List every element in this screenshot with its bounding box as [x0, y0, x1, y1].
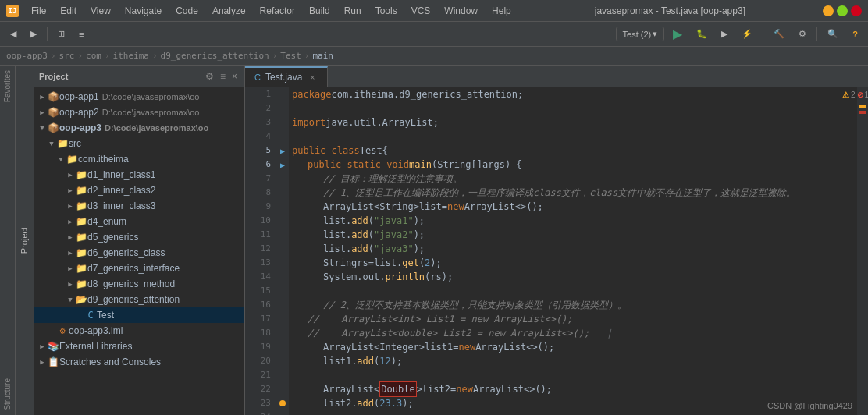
menu-view[interactable]: View	[84, 4, 117, 18]
gutter-13	[276, 256, 289, 270]
code-line-6: public static void main(String[] args) {	[292, 158, 854, 172]
code-line-3: import java.util.ArrayList;	[292, 115, 854, 129]
recent-files-button[interactable]: ⊞	[52, 27, 70, 41]
run-button[interactable]: ▶	[667, 24, 688, 44]
maximize-button[interactable]: □	[837, 5, 848, 16]
tree-item-d5[interactable]: ▶ 📁 d5_generics	[34, 229, 244, 245]
tree-item-d2[interactable]: ▶ 📁 d2_inner_class2	[34, 183, 244, 198]
tree-label-scratches: Scratches and Consoles	[59, 356, 161, 367]
tree-label-oop-app3: oop-app3	[59, 122, 101, 133]
project-header-buttons: ⚙ ≡ ×	[203, 70, 240, 83]
tree-item-ext-libs[interactable]: ▶ 📚 External Libraries	[34, 339, 244, 354]
tree-arrow-oop-app1: ▶	[37, 93, 47, 101]
close-button[interactable]: ×	[851, 5, 862, 16]
menu-edit[interactable]: Edit	[54, 4, 83, 18]
folder-icon-d1: 📁	[75, 169, 87, 180]
gutter: ▶ ▶	[276, 87, 289, 415]
warning-dot-23	[279, 400, 286, 406]
project-gear-button[interactable]: ⚙	[203, 70, 216, 83]
run-arrow-5[interactable]: ▶	[280, 147, 285, 155]
structure-label: Structure	[3, 378, 12, 410]
tree-item-src[interactable]: ▼ 📁 src	[34, 136, 244, 151]
tree-item-d7[interactable]: ▶ 📁 d7_generics_interface	[34, 261, 244, 276]
build-button[interactable]: 🔨	[768, 27, 790, 41]
forward-button[interactable]: ▶	[25, 27, 42, 41]
tree-item-d1[interactable]: ▶ 📁 d1_inner_class1	[34, 167, 244, 183]
gutter-23	[276, 396, 289, 410]
tree-item-oop-app3[interactable]: ▼ 📦 oop-app3 D:\code\javasepromax\oo	[34, 120, 244, 136]
project-close-button[interactable]: ×	[229, 70, 240, 83]
run-config-selector[interactable]: Test (2) ▾	[616, 27, 665, 41]
run-arrow-6[interactable]: ▶	[280, 161, 285, 169]
line-num-9: 9	[245, 200, 271, 214]
tab-close-button[interactable]: ×	[307, 72, 318, 83]
gutter-3	[276, 115, 289, 129]
tree-label-d5: d5_generics	[87, 232, 138, 243]
favorites-tab[interactable]: Favorites	[0, 66, 15, 107]
project-panel-label[interactable]: Project	[16, 66, 34, 415]
menu-analyze[interactable]: Analyze	[206, 4, 252, 18]
line-num-14: 14	[245, 270, 271, 284]
tree-item-d4[interactable]: ▶ 📁 d4_enum	[34, 214, 244, 229]
project-header: Project ⚙ ≡ ×	[34, 66, 244, 87]
help-button[interactable]: ?	[847, 27, 863, 41]
tree-item-oop-app1[interactable]: ▶ 📦 oop-app1 D:\code\javasepromax\oo	[34, 89, 244, 105]
tree-item-d9[interactable]: ▼ 📂 d9_generics_attention	[34, 292, 244, 307]
breadcrumb-d9[interactable]: d9_generics_attention	[161, 51, 269, 61]
tree-item-d6[interactable]: ▶ 📁 d6_generics_class	[34, 245, 244, 261]
menu-run[interactable]: Run	[338, 4, 368, 18]
tab-test-java[interactable]: C Test.java ×	[245, 66, 328, 87]
code-content[interactable]: package com.itheima.d9_generics_attentio…	[289, 87, 857, 415]
editor[interactable]: 1 2 3 4 5 6 7 8 9 10 11 12 13 14 15 16 1…	[245, 87, 868, 415]
menu-window[interactable]: Window	[438, 4, 484, 18]
window-title: javasepromax - Test.java [oop-app3]	[595, 5, 745, 16]
tree-item-oop-app2[interactable]: ▶ 📦 oop-app2 D:\code\javasepromax\oo	[34, 105, 244, 120]
minimize-button[interactable]: −	[823, 5, 834, 16]
window-controls: − □ ×	[823, 5, 862, 16]
tree-item-scratches[interactable]: ▶ 📋 Scratches and Consoles	[34, 354, 244, 370]
line-num-12: 12	[245, 242, 271, 256]
line-num-7: 7	[245, 172, 271, 186]
tree-label-d8: d8_generics_method	[87, 278, 175, 289]
tree-label-com-itheima: com.itheima	[78, 154, 129, 165]
menu-build[interactable]: Build	[303, 4, 336, 18]
project-collapse-button[interactable]: ≡	[218, 70, 228, 83]
menu-tools[interactable]: Tools	[369, 4, 404, 18]
line-num-18: 18	[245, 326, 271, 340]
tree-item-d3[interactable]: ▶ 📁 d3_inner_class3	[34, 198, 244, 214]
tree-item-Test[interactable]: ▶ C Test	[34, 307, 244, 323]
breadcrumb-itheima[interactable]: itheima	[113, 51, 149, 61]
debug-button[interactable]: 🐛	[691, 27, 713, 41]
code-line-5: public class Test {	[292, 144, 854, 158]
breadcrumb-oop-app3[interactable]: oop-app3	[6, 51, 48, 61]
tree-label-d6: d6_generics_class	[87, 247, 165, 258]
menu-vcs[interactable]: VCS	[405, 4, 437, 18]
structure-tab[interactable]: Structure	[0, 374, 15, 415]
profile-button[interactable]: ⚡	[736, 27, 758, 41]
gutter-18	[276, 326, 289, 340]
tree-label-Test: Test	[97, 310, 114, 321]
menu-code[interactable]: Code	[169, 4, 205, 18]
menu-help[interactable]: Help	[486, 4, 518, 18]
warning-count: 2	[851, 90, 856, 99]
settings-button[interactable]: ⚙	[793, 27, 812, 41]
tree-item-iml[interactable]: ▶ ⚙ oop-app3.iml	[34, 323, 244, 339]
line-num-17: 17	[245, 312, 271, 326]
breadcrumb-test[interactable]: Test	[280, 51, 301, 61]
code-line-15	[292, 284, 854, 298]
breadcrumb-src[interactable]: src	[59, 51, 75, 61]
project-view-button[interactable]: ≡	[73, 27, 89, 41]
menu-navigate[interactable]: Navigate	[119, 4, 168, 18]
search-button[interactable]: 🔍	[822, 27, 844, 41]
tree-item-d8[interactable]: ▶ 📁 d8_generics_method	[34, 276, 244, 292]
gutter-1	[276, 87, 289, 101]
back-button[interactable]: ◀	[5, 27, 22, 41]
breadcrumb-com[interactable]: com	[86, 51, 101, 61]
tree-label-iml: oop-app3.iml	[69, 325, 123, 336]
menu-refactor[interactable]: Refactor	[254, 4, 301, 18]
tree-item-com-itheima[interactable]: ▼ 📁 com.itheima	[34, 151, 244, 167]
gutter-19	[276, 340, 289, 354]
coverage-button[interactable]: ▶	[716, 27, 733, 41]
menu-file[interactable]: File	[25, 4, 52, 18]
code-line-9: ArrayList<String> list = new ArrayList<>…	[292, 200, 854, 214]
